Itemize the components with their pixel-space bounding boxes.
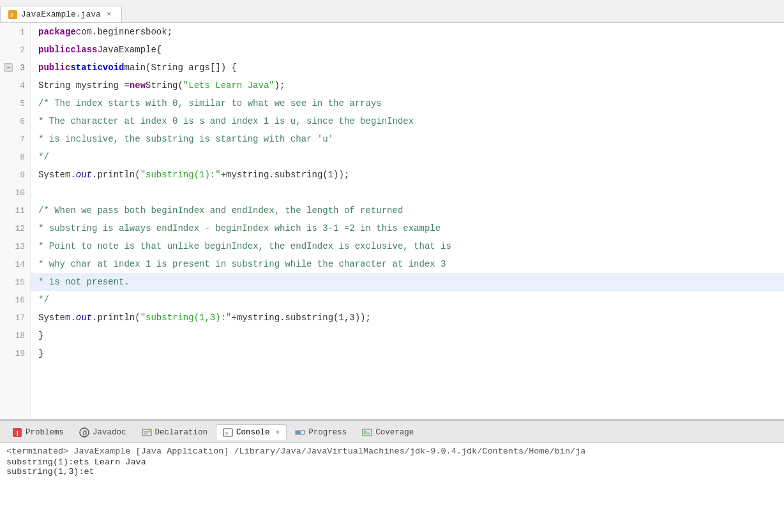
code-line-6[interactable]: * The character at index 0 is s and inde… bbox=[31, 112, 784, 130]
line-number-9: 9 bbox=[0, 166, 30, 184]
bottom-panel: !Problems@JavadocDeclaration>_Console×Pr… bbox=[0, 420, 784, 532]
line-number-4: 4 bbox=[0, 77, 30, 94]
line-number-6: 6 bbox=[0, 112, 30, 130]
java-file-icon: J bbox=[8, 10, 17, 19]
line-number-13: 13 bbox=[0, 237, 30, 255]
line-number-3: 3− bbox=[0, 59, 30, 77]
fold-icon-3[interactable]: − bbox=[4, 63, 13, 72]
svg-rect-15 bbox=[364, 431, 366, 434]
console-icon: >_ bbox=[223, 427, 233, 438]
bottom-tab-label-problems: Problems bbox=[26, 428, 64, 437]
svg-text:@: @ bbox=[83, 429, 87, 437]
line-number-14: 14 bbox=[0, 255, 30, 273]
bottom-tab-label-declaration: Declaration bbox=[155, 428, 208, 437]
code-line-16[interactable]: */ bbox=[31, 291, 784, 309]
code-line-11[interactable]: /* When we pass both beginIndex and endI… bbox=[31, 202, 784, 219]
line-number-19: 19 bbox=[0, 344, 30, 362]
code-line-19[interactable]: } bbox=[31, 344, 784, 362]
code-line-14[interactable]: * why char at index 1 is present in subs… bbox=[31, 255, 784, 273]
bottom-tab-label-coverage: Coverage bbox=[375, 428, 414, 437]
bottom-tab-progress[interactable]: Progress bbox=[288, 424, 354, 440]
line-number-15: 15 bbox=[0, 273, 30, 291]
bottom-tabs: !Problems@JavadocDeclaration>_Console×Pr… bbox=[0, 421, 784, 443]
line-number-2: 2 bbox=[0, 41, 30, 59]
code-line-4[interactable]: String mystring = new String("Lets Learn… bbox=[31, 77, 784, 94]
tab-filename: JavaExample.java bbox=[21, 10, 101, 19]
console-content: <terminated> JavaExample [Java Applicati… bbox=[0, 443, 784, 532]
bottom-tab-declaration[interactable]: Declaration bbox=[135, 424, 215, 440]
editor-tab[interactable]: J JavaExample.java × bbox=[0, 6, 122, 22]
svg-text:>_: >_ bbox=[225, 430, 232, 436]
declaration-icon bbox=[142, 427, 152, 438]
line-number-10: 10 bbox=[0, 184, 30, 202]
code-line-17[interactable]: System.out.println("substring(1,3):"+mys… bbox=[31, 309, 784, 327]
console-line1: substring(1):ets Learn Java bbox=[6, 457, 778, 467]
code-line-10[interactable] bbox=[31, 184, 784, 202]
line-number-5: 5 bbox=[0, 94, 30, 112]
code-line-1[interactable]: package com.beginnersbook; bbox=[31, 23, 784, 41]
code-line-9[interactable]: System.out.println("substring(1):"+mystr… bbox=[31, 166, 784, 184]
bottom-tab-label-console: Console bbox=[236, 428, 270, 437]
javadoc-icon: @ bbox=[79, 427, 89, 438]
code-line-13[interactable]: * Point to note is that unlike beginInde… bbox=[31, 237, 784, 255]
code-container: 123−45678910111213141516171819 package c… bbox=[0, 23, 784, 419]
code-line-18[interactable]: } bbox=[31, 327, 784, 344]
bottom-tab-coverage[interactable]: Coverage bbox=[355, 424, 421, 440]
code-line-5[interactable]: /* The index starts with 0, similar to w… bbox=[31, 94, 784, 112]
tab-close-button[interactable]: × bbox=[105, 10, 114, 19]
line-number-17: 17 bbox=[0, 309, 30, 327]
code-line-8[interactable]: */ bbox=[31, 148, 784, 166]
bottom-tab-close-console[interactable]: × bbox=[276, 429, 280, 436]
line-numbers: 123−45678910111213141516171819 bbox=[0, 23, 31, 419]
code-line-2[interactable]: public class JavaExample{ bbox=[31, 41, 784, 59]
editor-area: 123−45678910111213141516171819 package c… bbox=[0, 23, 784, 420]
line-number-12: 12 bbox=[0, 219, 30, 237]
line-number-18: 18 bbox=[0, 327, 30, 344]
code-line-3[interactable]: public static void main(String args[]) { bbox=[31, 59, 784, 77]
code-lines[interactable]: package com.beginnersbook;public class J… bbox=[31, 23, 784, 419]
code-line-15[interactable]: * is not present. bbox=[31, 273, 784, 291]
bottom-tab-label-javadoc: Javadoc bbox=[93, 428, 126, 437]
line-number-7: 7 bbox=[0, 130, 30, 148]
progress-icon bbox=[295, 427, 305, 438]
svg-text:!: ! bbox=[15, 430, 20, 438]
code-line-7[interactable]: * is inclusive, the substring is startin… bbox=[31, 130, 784, 148]
console-line2: substring(1,3):et bbox=[6, 467, 778, 477]
svg-rect-13 bbox=[296, 431, 301, 434]
bottom-tab-problems[interactable]: !Problems bbox=[5, 424, 71, 440]
svg-text:J: J bbox=[10, 12, 13, 18]
line-number-1: 1 bbox=[0, 23, 30, 41]
line-number-11: 11 bbox=[0, 202, 30, 219]
bottom-tab-javadoc[interactable]: @Javadoc bbox=[72, 424, 133, 440]
coverage-icon bbox=[362, 427, 372, 438]
console-header: <terminated> JavaExample [Java Applicati… bbox=[6, 447, 778, 456]
tab-bar: J JavaExample.java × bbox=[0, 0, 784, 23]
bottom-tab-console[interactable]: >_Console× bbox=[216, 424, 287, 440]
bottom-tab-label-progress: Progress bbox=[308, 428, 347, 437]
code-line-12[interactable]: * substring is always endIndex - beginIn… bbox=[31, 219, 784, 237]
line-number-16: 16 bbox=[0, 291, 30, 309]
svg-rect-16 bbox=[367, 432, 370, 434]
problems-icon: ! bbox=[12, 427, 22, 438]
line-number-8: 8 bbox=[0, 148, 30, 166]
